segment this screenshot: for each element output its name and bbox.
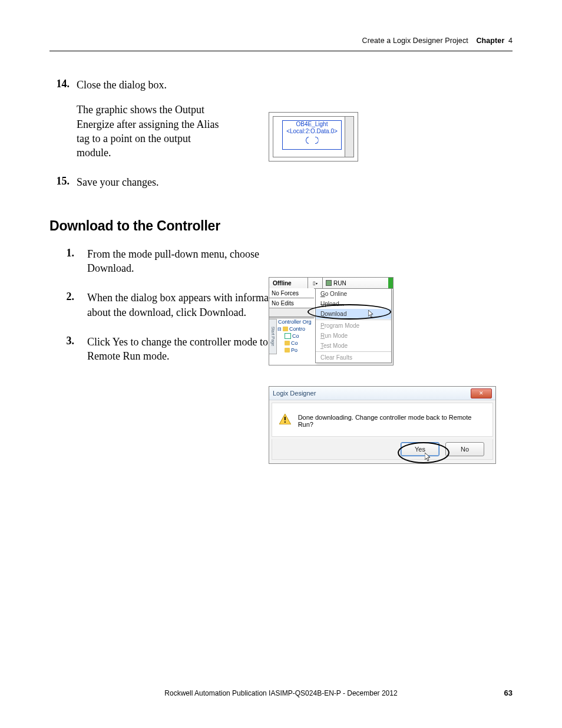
tree-root[interactable]: Controller Org (278, 319, 312, 325)
tree-item[interactable]: Contro (289, 326, 305, 332)
tag-alias: <Local:2:O.Data.0> (283, 128, 341, 135)
status-led-icon (326, 280, 332, 286)
menu-test-mode: Test Mode (316, 341, 391, 351)
menu-go-online[interactable]: Go Online (316, 289, 391, 299)
no-button[interactable]: No (445, 442, 484, 456)
tag-name: OB4E_Light (283, 121, 341, 128)
menu-program-mode: Program Mode (316, 321, 391, 331)
chapter-label: Chapter (476, 37, 504, 45)
menu-label: rogram Mode (325, 322, 359, 329)
status-no-edits[interactable]: No Edits (269, 298, 314, 308)
step-text: Save your changes. (77, 175, 259, 189)
svg-rect-0 (285, 417, 286, 420)
folder-icon (285, 341, 290, 345)
status-no-forces[interactable]: No Forces (269, 288, 314, 298)
warning-icon (279, 414, 291, 424)
dialog-title: Logix Designer (273, 390, 316, 397)
yes-button[interactable]: Yes (401, 442, 439, 456)
menu-run-mode: Run Mode (316, 331, 391, 341)
tree-item[interactable]: Co (292, 333, 299, 339)
breadcrumb: Create a Logix Designer Project (362, 37, 468, 45)
tree-item[interactable]: Co (291, 340, 298, 346)
status-run: RUN (323, 280, 349, 286)
menu-label: est Mode (323, 342, 348, 349)
menu-download[interactable]: Download (316, 309, 391, 319)
step-text: Click Yes to change the controller mode … (87, 335, 287, 364)
step-number: 3. (60, 335, 74, 347)
figure-output-energize: OB4E_Light <Local:2:O.Data.0> (269, 112, 358, 162)
rung-rail (345, 117, 353, 157)
status-offline[interactable]: Offline (269, 278, 308, 288)
figure-confirm-dialog: Logix Designer ✕ Done downloading. Chang… (269, 386, 496, 464)
page-footer: Rockwell Automation Publication IASIMP-Q… (0, 689, 562, 697)
status-bar: Offline ▯▾ RUN (269, 278, 393, 289)
status-strip (388, 278, 393, 288)
step-text: Close the dialog box. (77, 78, 259, 92)
menu-label: Upload... (320, 301, 344, 307)
menu-label: un Mode (325, 332, 348, 339)
dialog-message: Done downloading. Change controller mode… (298, 414, 485, 428)
menu-clear-faults: Clear Faults (316, 353, 391, 363)
status-run-text: RUN (333, 280, 346, 286)
step-number: 14. (49, 78, 70, 90)
mode-menu: Go Online Upload... Download Program Mod… (315, 288, 392, 363)
close-button[interactable]: ✕ (471, 388, 492, 398)
section-heading: Download to the Controller (49, 218, 513, 234)
cursor-icon (425, 453, 432, 462)
tree-item[interactable]: Po (291, 347, 297, 353)
dialog-titlebar: Logix Designer ✕ (269, 387, 495, 400)
chapter-number: 4 (508, 37, 513, 45)
menu-label: ownload (325, 311, 346, 317)
step-number: 15. (49, 175, 70, 187)
figure-mode-menu: Offline ▯▾ RUN No Forces No Edits Contro… (269, 277, 394, 365)
folder-icon (285, 333, 291, 339)
folder-icon (283, 327, 288, 331)
start-page-tab[interactable]: Start Page (269, 319, 277, 354)
page-number: 63 (504, 689, 513, 697)
menu-label: o Online (325, 291, 347, 297)
step-number: 1. (60, 247, 74, 259)
page-header: Create a Logix Designer Project Chapter … (362, 37, 513, 45)
coil-icon (306, 137, 319, 143)
step-text: From the mode pull-down menu, choose Dow… (87, 247, 270, 276)
menu-upload[interactable]: Upload... (316, 299, 391, 309)
svg-rect-1 (285, 421, 286, 423)
step-subpara: The graphic shows the Output Energize af… (77, 103, 226, 160)
folder-icon (285, 348, 290, 353)
step-text: When the dialog box appears with informa… (87, 291, 287, 319)
step-number: 2. (60, 291, 74, 303)
cursor-icon (368, 310, 375, 318)
mode-dropdown-icon[interactable]: ▯▾ (308, 278, 323, 288)
header-rule (49, 51, 513, 51)
